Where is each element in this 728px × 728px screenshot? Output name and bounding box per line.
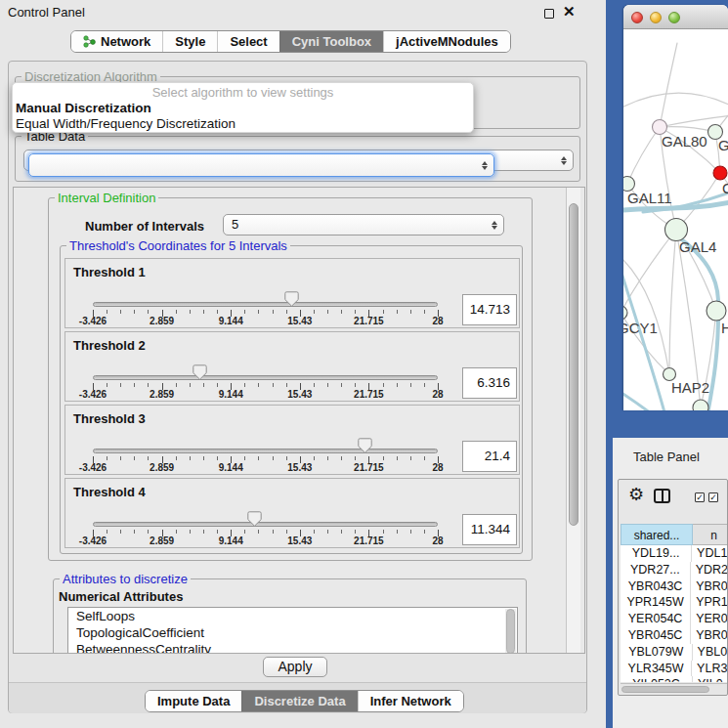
tick-label: 15.43 — [287, 389, 312, 400]
slider-track[interactable] — [93, 449, 438, 453]
threshold-label: Threshold 1 — [73, 265, 146, 279]
node-label: GAL11 — [627, 190, 672, 206]
network-canvas[interactable]: GAL80GACGAL11GAL4GCY1HHAP2 — [623, 29, 728, 410]
node-bottom[interactable] — [693, 400, 708, 410]
tick-label: 9.144 — [219, 462, 243, 473]
list-item-selfloops[interactable]: SelfLoops — [68, 608, 517, 624]
node-gcy1[interactable] — [623, 306, 627, 320]
dropdown-option-equal-width-frequency-discretization[interactable]: Equal Width/Frequency Discretization — [13, 116, 473, 132]
table-row[interactable]: YLR345WYLR3 — [621, 661, 727, 677]
threshold-value-field[interactable]: 6.316 — [462, 367, 517, 399]
close-icon[interactable]: ✕ — [563, 3, 576, 21]
column-header-name[interactable]: n — [693, 524, 728, 545]
settings-vertical-scrollbar[interactable] — [566, 188, 580, 654]
tab-network[interactable]: Network — [71, 31, 162, 52]
tick-mark — [120, 383, 121, 387]
cell-name: YER0 — [691, 611, 727, 627]
table-row[interactable]: YER054CYER0 — [621, 611, 727, 627]
slider-thumb[interactable] — [284, 291, 299, 307]
table-row[interactable]: YIL052CYIL0 — [621, 676, 727, 682]
tab-jactivemnodules[interactable]: jActiveMNodules — [383, 31, 510, 52]
table-row[interactable]: YBL079WYBL0 — [621, 644, 727, 661]
attributes-scrollbar[interactable] — [505, 609, 516, 654]
checkbox-icon[interactable]: ✓ — [695, 492, 705, 502]
minimize-traffic-light[interactable] — [650, 12, 662, 23]
node-red[interactable] — [713, 166, 727, 180]
table-row[interactable]: YDR27...YDR2 — [621, 562, 727, 578]
node-label: H — [721, 320, 728, 336]
cell-name: YBR0 — [691, 578, 727, 595]
slider-track[interactable] — [93, 302, 438, 307]
network-window-titlebar[interactable] — [623, 5, 728, 29]
algorithm-select[interactable] — [28, 153, 494, 177]
table-row[interactable]: YDL19...YDL1 — [621, 545, 727, 562]
apply-button[interactable]: Apply — [263, 657, 327, 677]
attributes-scrollbar-thumb[interactable] — [506, 609, 515, 654]
cell-shared-name: YDL19... — [621, 545, 692, 562]
table-row[interactable]: YBR045CYBR0 — [621, 627, 727, 644]
tab-cyni-toolbox[interactable]: Cyni Toolbox — [279, 31, 383, 52]
close-traffic-light[interactable] — [631, 12, 643, 23]
tick-label: 28 — [432, 389, 443, 400]
tab-infer-network[interactable]: Infer Network — [358, 691, 463, 711]
slider-thumb[interactable] — [247, 511, 262, 527]
slider-track[interactable] — [93, 375, 438, 380]
table-row[interactable]: YBR043CYBR0 — [621, 578, 727, 595]
column-header-shared[interactable]: shared... — [621, 524, 693, 545]
tick-mark — [134, 383, 135, 387]
zoom-traffic-light[interactable] — [668, 12, 680, 23]
tab-impute-data[interactable]: Impute Data — [146, 691, 241, 711]
node-label: C — [722, 180, 728, 196]
number-of-intervals-select[interactable]: 5 — [223, 214, 504, 236]
slider-thumb[interactable] — [193, 364, 207, 380]
columns-icon[interactable] — [654, 489, 670, 503]
slider-track[interactable] — [93, 522, 438, 527]
threshold-value-field[interactable]: 21.4 — [462, 441, 517, 472]
numerical-attributes-list[interactable]: SelfLoopsTopologicalCoefficientBetweenne… — [67, 607, 518, 654]
cell-shared-name: YBL079W — [621, 644, 693, 661]
tick-mark — [355, 530, 356, 534]
node-h[interactable] — [707, 301, 726, 321]
tick-mark — [341, 383, 342, 387]
tick-mark — [190, 456, 191, 460]
tick-label: 2.859 — [150, 462, 174, 473]
list-item-betweennesscentrality[interactable]: BetweennessCentrality — [68, 641, 517, 654]
thresholds-title: Threshold's Coordinates for 5 Intervals — [66, 238, 290, 253]
threshold-value-field[interactable]: 11.344 — [462, 514, 517, 545]
tab-discretize-data[interactable]: Discretize Data — [241, 691, 357, 711]
checkbox-icon[interactable]: ✓ — [708, 492, 718, 502]
cell-shared-name: YBR043C — [621, 578, 691, 595]
threshold-panel-4: Threshold 4-3.4262.8599.14415.4321.71528… — [64, 478, 520, 548]
tick-mark — [244, 383, 245, 387]
table-row[interactable]: YPR145WYPR1 — [621, 594, 727, 611]
tab-label: Style — [175, 31, 205, 52]
tick-mark — [327, 310, 328, 314]
edge — [660, 127, 715, 132]
tick-mark — [286, 456, 287, 460]
tick-mark — [134, 310, 135, 314]
settings-scrollbar-thumb[interactable] — [569, 203, 578, 526]
tab-style[interactable]: Style — [162, 31, 217, 52]
tick-label: 21.715 — [354, 535, 384, 546]
table-horizontal-scrollbar[interactable] — [621, 683, 727, 694]
node-label: GAL4 — [679, 238, 716, 255]
table-scrollbar-thumb[interactable] — [621, 686, 709, 693]
cyni-toolbox-panel: Discretization Algorithm Table Data galF… — [8, 61, 587, 713]
tab-select[interactable]: Select — [217, 31, 278, 52]
gear-icon[interactable]: ⚙ — [628, 484, 644, 505]
tick-mark — [217, 530, 218, 534]
attribute-items: SelfLoopsTopologicalCoefficientBetweenne… — [68, 608, 517, 654]
float-window-icon[interactable] — [544, 9, 554, 19]
edge — [627, 127, 660, 184]
tick-label: -3.426 — [79, 462, 107, 473]
list-item-topologicalcoefficient[interactable]: TopologicalCoefficient — [68, 624, 517, 641]
cell-shared-name: YBR045C — [621, 627, 691, 644]
threshold-panel-2: Threshold 2-3.4262.8599.14415.4321.71528… — [64, 331, 520, 402]
threshold-value-field[interactable]: 14.713 — [462, 294, 517, 325]
dropdown-option-manual-discretization[interactable]: Manual Discretization — [13, 101, 473, 116]
tick-mark — [217, 456, 218, 460]
tick-mark — [203, 383, 204, 387]
tick-mark — [148, 456, 149, 460]
slider-thumb[interactable] — [358, 438, 372, 453]
tick-label: 21.715 — [354, 462, 384, 473]
